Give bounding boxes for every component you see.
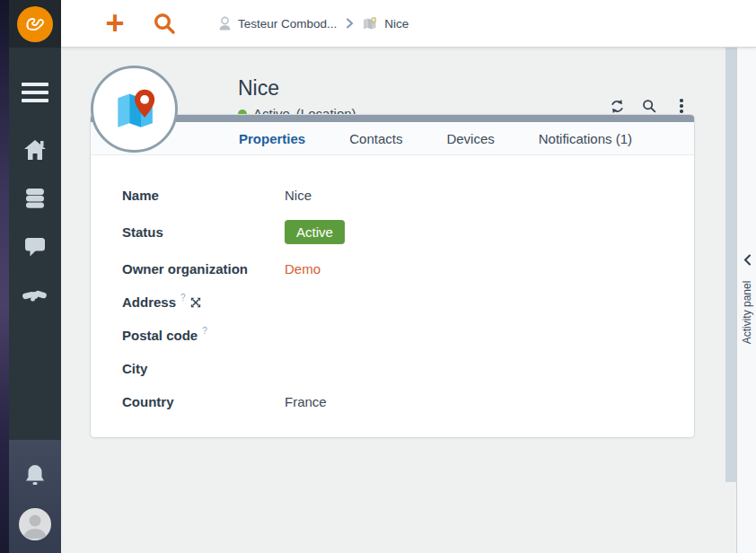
breadcrumb-item-organization[interactable]: Testeur Combod... (218, 16, 337, 31)
tab-contacts[interactable]: Contacts (349, 131, 402, 146)
app-logo[interactable] (9, 0, 61, 48)
sidebar (9, 0, 61, 553)
breadcrumb: Testeur Combod... Nice (218, 16, 409, 31)
map-pin-icon (363, 16, 378, 31)
page-title: Nice (238, 76, 279, 101)
expand-icon[interactable] (190, 297, 201, 308)
home-icon[interactable] (9, 126, 61, 174)
chat-icon[interactable] (9, 223, 61, 271)
main-content: Nice Active (Location) (61, 48, 756, 553)
field-value: Nice (285, 188, 312, 203)
vertical-scrollbar[interactable] (725, 48, 736, 482)
field-row-address: Address ? (122, 285, 694, 319)
field-row-city: City (122, 352, 694, 385)
field-label: Postal code (122, 328, 198, 343)
field-label: Country (122, 394, 174, 409)
user-avatar[interactable] (19, 508, 51, 540)
refresh-icon[interactable] (607, 96, 627, 116)
map-avatar-icon (109, 84, 161, 135)
field-row-status: Status Active (122, 212, 694, 252)
breadcrumb-label: Testeur Combod... (238, 17, 337, 31)
owner-organization-link[interactable]: Demo (285, 261, 321, 276)
field-row-postal-code: Postal code ? (122, 319, 694, 352)
field-row-country: Country France (122, 385, 694, 418)
tab-notifications[interactable]: Notifications (1) (539, 131, 632, 146)
logo-icon (17, 6, 53, 42)
user-icon (218, 16, 232, 31)
top-toolbar: + Testeur Combod... (61, 0, 756, 48)
add-button[interactable]: + (101, 9, 129, 38)
field-row-owner-organization: Owner organization Demo (122, 252, 694, 285)
database-icon[interactable] (9, 174, 61, 223)
background-image-strip (0, 0, 9, 553)
tab-devices[interactable]: Devices (446, 131, 494, 146)
help-icon[interactable]: ? (202, 326, 207, 336)
tab-properties[interactable]: Properties (239, 131, 305, 146)
activity-panel-label: Activity panel (737, 250, 756, 375)
field-label: Address (122, 294, 176, 310)
hamburger-icon[interactable] (9, 70, 61, 115)
search-entity-icon[interactable] (639, 96, 659, 116)
field-label: Owner organization (122, 261, 248, 276)
field-label: Name (122, 188, 159, 203)
field-label: City (122, 361, 147, 376)
bell-icon[interactable] (23, 458, 47, 492)
field-label: Status (122, 224, 163, 240)
activity-panel-toggle[interactable]: Activity panel (736, 48, 756, 553)
tab-bar: Properties Contacts Devices Notification… (91, 122, 694, 155)
sidebar-bottom (9, 440, 61, 553)
detail-card: Properties Contacts Devices Notification… (90, 114, 695, 438)
help-icon[interactable]: ? (180, 293, 186, 303)
field-value: France (285, 394, 327, 409)
properties-form: Name Nice Status Active Owner organizati… (91, 155, 694, 418)
breadcrumb-item-location[interactable]: Nice (363, 16, 409, 31)
status-button[interactable]: Active (285, 220, 345, 244)
header-actions (607, 96, 691, 116)
card-top-strip (91, 115, 694, 122)
field-row-name: Name Nice (122, 179, 694, 212)
chevron-right-icon (346, 18, 354, 29)
kebab-menu-icon[interactable] (672, 96, 691, 116)
breadcrumb-label: Nice (384, 17, 409, 31)
hamburger-bars (22, 83, 48, 102)
handshake-icon[interactable] (9, 271, 61, 320)
location-avatar (91, 66, 178, 153)
search-icon[interactable] (151, 10, 178, 37)
